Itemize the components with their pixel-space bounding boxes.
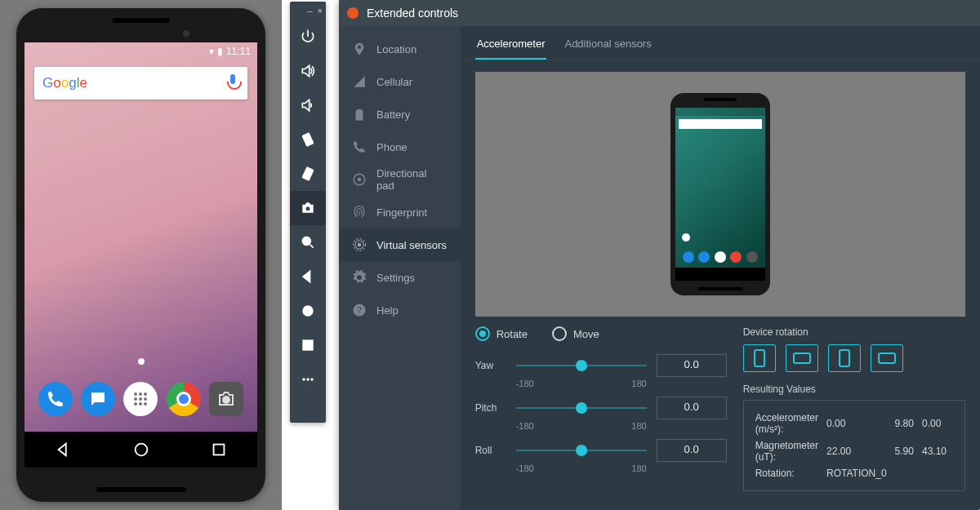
result-value: 0.00 xyxy=(922,410,953,437)
sidebar-item-help[interactable]: ?Help xyxy=(339,294,461,326)
svg-point-2 xyxy=(144,392,147,396)
result-value: 22.00 xyxy=(826,438,893,464)
extended-controls-titlebar[interactable]: Extended controls xyxy=(339,0,980,26)
sidebar-item-location[interactable]: Location xyxy=(339,33,461,65)
rotation-portrait-reverse-button[interactable] xyxy=(828,344,861,372)
pitch-value-input[interactable]: 0.0 xyxy=(657,397,727,419)
result-name: Magnetometer (uT): xyxy=(755,438,825,464)
svg-rect-11 xyxy=(213,445,224,455)
overview-button[interactable] xyxy=(290,328,326,362)
tab-additional-sensors[interactable]: Additional sensors xyxy=(563,38,653,60)
rotation-landscape-left-button[interactable] xyxy=(786,344,818,372)
back-button[interactable] xyxy=(290,259,326,294)
svg-point-19 xyxy=(306,378,309,380)
nav-overview-icon[interactable] xyxy=(210,441,228,459)
svg-point-7 xyxy=(139,402,142,406)
roll-slider[interactable] xyxy=(516,442,647,459)
sidebar-item-battery[interactable]: Battery xyxy=(339,98,461,131)
sidebar-item-sensors[interactable]: Virtual sensors xyxy=(339,228,461,261)
yaw-slider[interactable] xyxy=(516,357,647,374)
emulator-panel: ▾ ▮ 11:11 Google xyxy=(0,0,282,510)
svg-text:?: ? xyxy=(357,305,362,315)
rotation-landscape-right-button[interactable] xyxy=(871,344,903,372)
svg-point-14 xyxy=(306,206,310,211)
result-value: 0.00 xyxy=(826,410,893,437)
pitch-slider[interactable] xyxy=(516,400,647,416)
screenshot-button[interactable] xyxy=(290,191,326,225)
move-radio[interactable]: Move xyxy=(552,326,599,341)
result-value: 9.80 xyxy=(895,410,920,437)
zoom-button[interactable] xyxy=(290,225,326,259)
volume-down-button[interactable] xyxy=(290,88,326,122)
extended-sidebar: LocationCellularBatteryPhoneDirectional … xyxy=(339,26,461,510)
help-icon: ? xyxy=(352,303,367,317)
power-button[interactable] xyxy=(290,20,326,54)
svg-rect-31 xyxy=(879,353,895,363)
svg-rect-12 xyxy=(302,133,313,146)
sidebar-item-fingerprint[interactable]: Fingerprint xyxy=(339,196,461,228)
svg-rect-28 xyxy=(755,350,764,366)
emulator-screen[interactable]: ▾ ▮ 11:11 Google xyxy=(24,42,257,468)
google-logo: Google xyxy=(42,75,87,91)
preview-device[interactable] xyxy=(670,93,770,295)
google-search-bar[interactable]: Google xyxy=(34,67,247,100)
svg-rect-30 xyxy=(840,350,849,366)
sidebar-item-label: Virtual sensors xyxy=(376,239,447,251)
status-bar: ▾ ▮ 11:11 xyxy=(24,42,257,60)
device-preview[interactable] xyxy=(475,72,965,317)
rotation-portrait-button[interactable] xyxy=(743,344,776,372)
svg-rect-13 xyxy=(302,167,313,180)
yaw-value-input[interactable]: 0.0 xyxy=(657,354,727,377)
volume-up-button[interactable] xyxy=(290,54,326,88)
nav-back-icon[interactable] xyxy=(55,441,73,459)
minimize-icon[interactable]: – xyxy=(307,6,312,16)
svg-rect-29 xyxy=(794,353,810,363)
dock-messages-icon[interactable] xyxy=(81,382,115,416)
settings-icon xyxy=(352,270,367,285)
rotate-right-button[interactable] xyxy=(290,157,326,191)
toolbar-window-controls[interactable]: –× xyxy=(290,2,326,20)
svg-point-1 xyxy=(139,392,142,396)
svg-point-9 xyxy=(222,396,230,404)
svg-point-23 xyxy=(358,243,362,247)
tab-accelerometer[interactable]: Accelerometer xyxy=(475,38,547,60)
sidebar-item-phone[interactable]: Phone xyxy=(339,131,461,163)
emulator-toolbar: –× xyxy=(290,2,326,423)
sidebar-item-label: Phone xyxy=(376,141,408,153)
location-icon xyxy=(352,42,367,56)
roll-value-input[interactable]: 0.0 xyxy=(657,439,727,462)
rotate-left-button[interactable] xyxy=(290,122,326,157)
extended-controls-window: Extended controls LocationCellularBatter… xyxy=(339,0,980,510)
more-button[interactable] xyxy=(290,362,326,397)
emulator-device-frame: ▾ ▮ 11:11 Google xyxy=(16,8,265,502)
dock-phone-icon[interactable] xyxy=(38,382,73,416)
device-rotation-label: Device rotation xyxy=(743,326,965,338)
roll-label: Roll xyxy=(475,445,506,456)
dock-camera-icon[interactable] xyxy=(209,382,243,416)
dock xyxy=(24,376,257,422)
page-indicator xyxy=(138,358,145,365)
svg-point-4 xyxy=(139,397,142,401)
sidebar-item-label: Help xyxy=(376,304,399,317)
mic-icon[interactable] xyxy=(226,74,239,92)
svg-point-16 xyxy=(303,306,313,316)
dock-chrome-icon[interactable] xyxy=(167,382,201,416)
sidebar-item-label: Directional pad xyxy=(376,167,448,192)
close-icon[interactable] xyxy=(347,7,359,19)
svg-point-20 xyxy=(310,378,313,380)
signal-icon: ▾ xyxy=(209,46,214,57)
svg-point-10 xyxy=(135,444,147,456)
nav-home-icon[interactable] xyxy=(132,441,150,459)
sidebar-item-cellular[interactable]: Cellular xyxy=(339,65,461,98)
svg-rect-17 xyxy=(303,340,313,350)
close-x-icon[interactable]: × xyxy=(318,6,323,16)
home-button[interactable] xyxy=(290,294,326,328)
window-title: Extended controls xyxy=(367,7,458,20)
sidebar-item-dpad[interactable]: Directional pad xyxy=(339,163,461,196)
dock-apps-icon[interactable] xyxy=(123,382,158,416)
cellular-icon xyxy=(352,74,367,89)
rotate-radio[interactable]: Rotate xyxy=(475,326,528,341)
result-value: 5.90 xyxy=(895,438,920,464)
sidebar-item-settings[interactable]: Settings xyxy=(339,261,461,294)
sensors-icon xyxy=(352,237,367,252)
